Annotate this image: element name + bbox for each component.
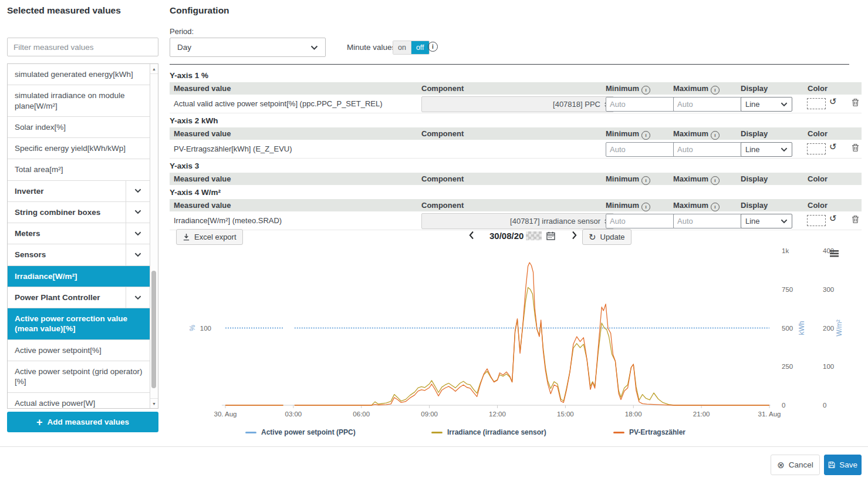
chart-menu-icon[interactable]: [830, 253, 839, 254]
add-measured-values-button[interactable]: + Add measured values: [7, 412, 158, 432]
info-icon[interactable]: i: [641, 131, 650, 140]
wm2-tick-label: 100: [823, 363, 834, 370]
color-swatch[interactable]: [807, 143, 826, 154]
chevron-down-icon: [134, 231, 141, 236]
list-item[interactable]: simulated generated energy[kWh]: [8, 64, 150, 85]
footer-divider: [0, 446, 868, 447]
filter-input[interactable]: [7, 38, 158, 56]
group-label: Inverter: [8, 181, 126, 201]
list-scrollbar[interactable]: ▲ ▼: [150, 64, 158, 408]
maximum-input[interactable]: [673, 214, 746, 228]
delete-row-button[interactable]: [852, 143, 859, 152]
info-icon[interactable]: i: [711, 203, 720, 211]
expand-group-button[interactable]: [126, 287, 150, 308]
col-minimum: Minimumi: [606, 201, 639, 210]
list-item[interactable]: Solar index[%]: [8, 117, 150, 138]
update-button[interactable]: ↻ Update: [582, 229, 631, 245]
expand-group-button[interactable]: [126, 181, 150, 201]
plus-icon: +: [36, 417, 43, 428]
axis-config-tables: Y-axis 1 %Measured valueComponentMinimum…: [170, 68, 862, 230]
chevron-down-icon: [134, 210, 141, 214]
list-item[interactable]: Irradiance[W/m²]: [8, 266, 150, 287]
minimum-input[interactable]: [606, 214, 678, 228]
trash-icon: [852, 98, 859, 107]
cancel-button[interactable]: ⊗ Cancel: [771, 455, 820, 475]
reset-color-icon[interactable]: ↺: [829, 213, 837, 224]
color-swatch[interactable]: [807, 98, 826, 109]
previous-day-button[interactable]: [468, 230, 475, 241]
col-maximum: Maximumi: [673, 201, 708, 210]
info-icon[interactable]: i: [711, 131, 720, 140]
legend-item[interactable]: Active power setpoint (PPC): [245, 428, 356, 436]
col-color: Color: [808, 84, 828, 93]
period-select[interactable]: Day: [170, 38, 326, 57]
info-icon[interactable]: i: [711, 176, 720, 185]
wm2-tick-label: 200: [823, 325, 834, 332]
legend-item[interactable]: PV-Ertragszähler: [613, 428, 685, 436]
list-item[interactable]: Inverter: [8, 181, 150, 202]
list-item[interactable]: Specific energy yield[kWh/kWp]: [8, 138, 150, 159]
chevron-right-icon: [572, 231, 577, 240]
col-component: Component: [421, 84, 464, 93]
expand-group-button[interactable]: [126, 223, 150, 244]
component-select[interactable]: [407817] irradiance sensor: [421, 213, 614, 229]
scrollbar-thumb[interactable]: [151, 271, 156, 388]
scroll-down-icon[interactable]: ▼: [150, 398, 158, 408]
list-item[interactable]: Total area[m²]: [8, 159, 150, 180]
toggle-on-option[interactable]: on: [393, 41, 411, 54]
maximum-input[interactable]: [673, 97, 746, 112]
delete-row-button[interactable]: [852, 98, 859, 107]
list-item[interactable]: Power Plant Controller: [8, 287, 150, 308]
expand-group-button[interactable]: [126, 244, 150, 265]
redacted-date-year: [526, 231, 542, 240]
col-measured-value: Measured value: [174, 84, 231, 93]
list-item[interactable]: Actual active power[W]: [8, 393, 150, 409]
legend-item[interactable]: Irradiance (irradiance sensor): [431, 428, 546, 436]
color-swatch[interactable]: [807, 215, 826, 226]
sidebar-title: Selected measured values: [7, 5, 121, 16]
delete-row-button[interactable]: [852, 215, 859, 224]
component-value: [407818] PPC: [553, 100, 600, 109]
excel-export-button[interactable]: Excel export: [176, 229, 243, 245]
chevron-down-icon: [781, 147, 788, 152]
info-icon[interactable]: i: [641, 176, 650, 185]
expand-group-button[interactable]: [126, 202, 150, 223]
display-select[interactable]: Line: [741, 214, 792, 228]
scroll-up-icon[interactable]: ▲: [150, 64, 158, 74]
reset-color-icon[interactable]: ↺: [829, 96, 837, 107]
minimum-input[interactable]: [606, 142, 678, 157]
table-header-row: Measured valueComponentMinimumiMaximumiD…: [170, 173, 862, 185]
col-measured-value: Measured value: [174, 129, 231, 138]
reset-color-icon[interactable]: ↺: [829, 142, 837, 152]
legend-color-dash: [245, 432, 256, 433]
chart-menu-icon[interactable]: [830, 255, 839, 257]
refresh-icon: ↻: [589, 233, 596, 241]
save-button[interactable]: Save: [824, 455, 862, 475]
list-item[interactable]: simulated irradiance on module plane[W/m…: [8, 85, 150, 117]
col-measured-value: Measured value: [174, 174, 231, 183]
display-select[interactable]: Line: [741, 97, 792, 112]
list-item[interactable]: Active power setpoint[%]: [8, 340, 150, 361]
info-icon[interactable]: i: [641, 203, 650, 211]
list-item[interactable]: Active power correction value (mean valu…: [8, 308, 150, 340]
time-series-chart[interactable]: 30. Aug03:0006:0009:0012:0015:0018:0021:…: [176, 247, 857, 421]
list-item[interactable]: Sensors: [8, 244, 150, 265]
component-select[interactable]: [407818] PPC: [421, 96, 614, 112]
date-display[interactable]: 30/08/20: [489, 231, 555, 241]
minimum-input[interactable]: [606, 97, 678, 112]
info-icon[interactable]: i: [428, 42, 438, 52]
info-icon[interactable]: i: [711, 86, 720, 95]
chart-menu-icon[interactable]: [830, 250, 839, 252]
kwh-axis-title: kWh: [798, 321, 806, 335]
list-item[interactable]: Active power setpoint (grid operator)[%]: [8, 361, 150, 393]
kwh-tick-label: 250: [782, 363, 793, 370]
display-select[interactable]: Line: [741, 142, 792, 157]
col-component: Component: [421, 174, 464, 183]
list-item[interactable]: String combiner boxes: [8, 202, 150, 223]
toggle-off-option[interactable]: off: [411, 41, 429, 54]
calendar-icon[interactable]: [546, 231, 555, 240]
info-icon[interactable]: i: [641, 86, 650, 95]
next-day-button[interactable]: [570, 230, 578, 241]
maximum-input[interactable]: [673, 142, 746, 157]
list-item[interactable]: Meters: [8, 223, 150, 244]
